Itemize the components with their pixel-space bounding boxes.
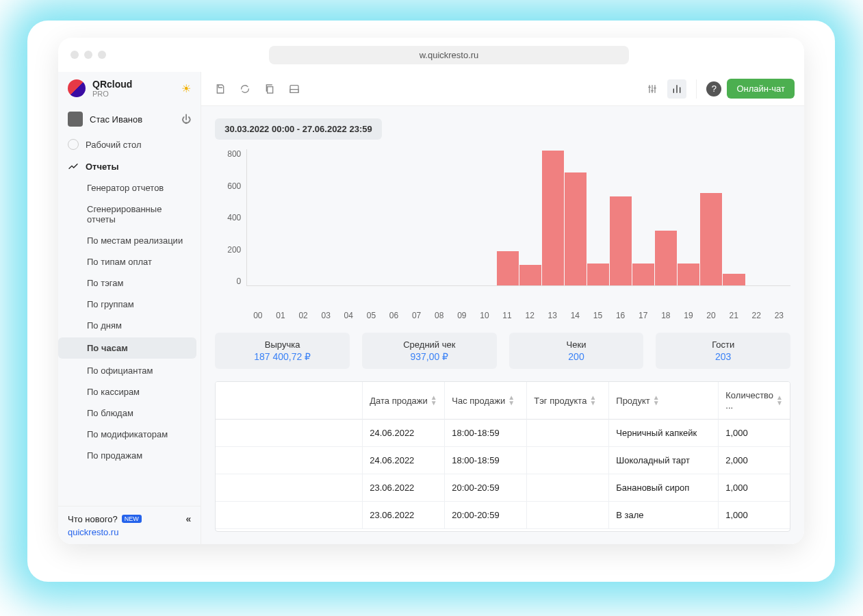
bar[interactable]	[338, 149, 361, 285]
online-chat-button[interactable]: Онлайн-чат	[727, 79, 795, 99]
bar[interactable]	[519, 149, 541, 285]
table-cell: 23.06.2022	[363, 474, 445, 502]
brand-name: QRcloud	[92, 79, 132, 90]
bar[interactable]	[428, 149, 451, 285]
copy-icon[interactable]	[260, 79, 279, 99]
table-cell: 1,000	[719, 502, 790, 529]
sidebar-footer: Что нового? NEW « quickresto.ru	[58, 506, 201, 544]
nav-sub-item[interactable]: Генератор отчетов	[58, 177, 201, 198]
whats-new[interactable]: Что нового? NEW «	[68, 513, 191, 524]
bar[interactable]	[700, 149, 723, 285]
nav-sub-item[interactable]: По дням	[58, 315, 201, 336]
nav-sub-item[interactable]: По блюдам	[58, 402, 201, 424]
bar[interactable]	[474, 149, 496, 285]
url-bar[interactable]: w.quickresto.ru	[269, 46, 630, 64]
avatar	[68, 112, 83, 127]
nav-sub-item[interactable]: По кассирам	[58, 381, 201, 402]
bar[interactable]	[723, 149, 745, 285]
table-row[interactable]: 23.06.202220:00-20:59Банановый сироп1,00…	[216, 474, 790, 502]
bar[interactable]	[292, 149, 315, 285]
nav-dashboard[interactable]: Рабочий стол	[58, 133, 201, 155]
metric-label: Средний чек	[369, 339, 490, 350]
nav-label: Отчеты	[86, 162, 119, 172]
metric-value: 200	[516, 351, 637, 362]
table-header-cell[interactable]	[216, 382, 363, 420]
filter-icon[interactable]	[643, 79, 662, 99]
table-cell	[216, 502, 363, 529]
bar[interactable]	[610, 149, 632, 285]
nav-sub-item[interactable]: По тэгам	[58, 272, 201, 294]
table-cell	[527, 474, 609, 502]
bar[interactable]	[315, 149, 338, 285]
bar[interactable]	[361, 149, 383, 285]
theme-icon[interactable]: ☀	[181, 82, 191, 95]
bar[interactable]	[745, 149, 768, 285]
nav-sub-item[interactable]: По модификаторам	[58, 424, 201, 445]
table-header-cell[interactable]: Тэг продукта▲▼	[527, 382, 609, 420]
footer-link[interactable]: quickresto.ru	[68, 527, 191, 537]
bar[interactable]	[270, 149, 292, 285]
brand-row[interactable]: QRcloud PRO ☀	[58, 72, 201, 105]
collapse-icon[interactable]: «	[185, 513, 191, 524]
table-cell	[527, 447, 609, 474]
nav-sub-item[interactable]: По часам	[58, 337, 196, 359]
power-icon[interactable]: ⏻	[181, 114, 191, 125]
save-icon[interactable]	[211, 79, 230, 99]
table-cell: 2,000	[719, 447, 790, 474]
metric-value: 203	[662, 351, 784, 362]
metric-card[interactable]: Гости203	[656, 333, 790, 369]
metrics-row: Выручка187 400,72 ₽Средний чек937,00 ₽Че…	[215, 333, 790, 369]
bar[interactable]	[768, 149, 790, 285]
date-range[interactable]: 30.03.2022 00:00 - 27.06.2022 23:59	[215, 118, 381, 140]
svg-rect-2	[290, 89, 298, 92]
metric-card[interactable]: Средний чек937,00 ₽	[362, 333, 497, 369]
table-cell	[527, 502, 609, 529]
min-dot[interactable]	[84, 51, 92, 59]
nav-reports[interactable]: Отчеты	[58, 155, 201, 177]
table-cell	[216, 474, 363, 502]
metric-label: Выручка	[222, 339, 343, 350]
metric-card[interactable]: Выручка187 400,72 ₽	[215, 333, 350, 369]
nav-sub-item[interactable]: По местам реализации	[58, 230, 201, 251]
bar[interactable]	[383, 149, 406, 285]
whats-new-label: Что нового?	[68, 514, 118, 524]
bar[interactable]	[406, 149, 428, 285]
user-row[interactable]: Стас Иванов ⏻	[58, 105, 201, 133]
bar[interactable]	[678, 149, 700, 285]
table-cell: Шоколадный тарт	[609, 447, 719, 474]
metric-card[interactable]: Чеки200	[509, 333, 644, 369]
refresh-icon[interactable]	[235, 79, 255, 99]
brand-plan: PRO	[92, 90, 132, 98]
bar[interactable]	[541, 149, 564, 285]
table-cell: В зале	[609, 502, 719, 529]
table-row[interactable]: 24.06.202218:00-18:59Черничный капкейк1,…	[216, 420, 790, 447]
bar[interactable]	[632, 149, 655, 285]
max-dot[interactable]	[98, 51, 106, 59]
bar[interactable]	[587, 149, 609, 285]
nav-sub-item[interactable]: По продажам	[58, 445, 201, 466]
nav-sub-item[interactable]: Сгенерированные отчеты	[58, 198, 201, 230]
bar[interactable]	[564, 149, 587, 285]
table-header-cell[interactable]: Час продажи▲▼	[445, 382, 527, 420]
table-header-cell[interactable]: Количество ...▲▼	[719, 382, 790, 420]
nav-sub-item[interactable]: По типам оплат	[58, 251, 201, 272]
table-row[interactable]: 23.06.202220:00-20:59В зале1,000	[216, 502, 790, 529]
table-header-cell[interactable]: Продукт▲▼	[609, 382, 719, 420]
table-body: 24.06.202218:00-18:59Черничный капкейк1,…	[216, 420, 790, 529]
chart-icon[interactable]	[667, 79, 686, 99]
bar[interactable]	[247, 149, 270, 285]
table-cell: 18:00-18:59	[445, 420, 527, 447]
bar[interactable]	[451, 149, 474, 285]
close-dot[interactable]	[70, 51, 79, 59]
bar[interactable]	[655, 149, 678, 285]
help-icon[interactable]: ?	[706, 81, 721, 97]
inbox-icon[interactable]	[285, 79, 304, 99]
nav-sub-item[interactable]: По группам	[58, 294, 201, 315]
table-header-cell[interactable]: Дата продажи▲▼	[363, 382, 445, 420]
sort-icon: ▲▼	[589, 395, 596, 406]
table-row[interactable]: 24.06.202218:00-18:59Шоколадный тарт2,00…	[216, 447, 790, 474]
bar[interactable]	[496, 149, 519, 285]
table-cell: 20:00-20:59	[445, 474, 527, 502]
nav-sub-item[interactable]: По официантам	[58, 360, 201, 381]
table-cell: Банановый сироп	[609, 474, 719, 502]
